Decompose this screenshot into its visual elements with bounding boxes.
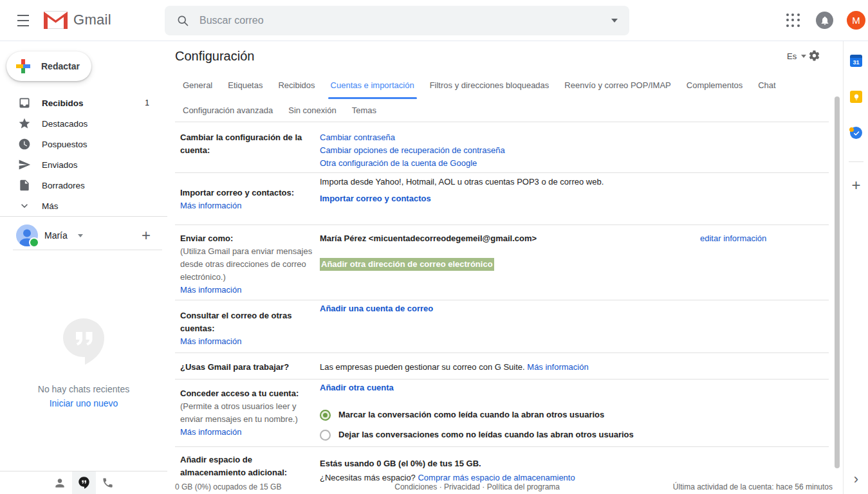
radio-label: Marcar la conversación como leída cuando… — [338, 408, 604, 421]
get-addons-plus-icon[interactable]: + — [844, 178, 868, 193]
phone-call-icon[interactable] — [96, 471, 120, 494]
presence-dot — [29, 237, 39, 248]
tasks-icon[interactable] — [844, 127, 868, 139]
profile-name: María — [44, 230, 68, 241]
row-conceder-acceso: Conceder acceso a tu cuenta: (Permite a … — [175, 380, 829, 447]
tab-reenvio-y-correo-pop-imap[interactable]: Reenvío y correo POP/IMAP — [562, 71, 673, 99]
sidebar-item-pospuestos[interactable]: Pospuestos — [0, 134, 167, 154]
importar-correo-contactos-link[interactable]: Importar correo y contactos — [320, 194, 431, 203]
row-label: Cambiar la configuración de la cuenta: — [180, 133, 302, 155]
hangouts-profile-row: María + — [0, 223, 167, 248]
profile-caret-icon[interactable] — [78, 234, 83, 237]
otra-configuracion-link[interactable]: Otra configuración de la cuenta de Googl… — [320, 158, 477, 168]
sidebar-item-label: Más — [42, 201, 149, 211]
search-icon[interactable] — [176, 14, 189, 27]
new-conversation-plus-icon[interactable]: + — [142, 228, 151, 243]
anadir-otra-direccion-link[interactable]: Añadir otra dirección de correo electrón… — [320, 258, 494, 271]
main-footer: 0 GB (0%) ocupados de 15 GB Condiciones … — [175, 482, 833, 491]
comprar-espacio-link[interactable]: Comprar más espacio de almacenamiento — [418, 473, 575, 482]
search-options-caret-icon[interactable] — [611, 19, 618, 23]
sidebar-item-label: Pospuestos — [42, 140, 149, 149]
search-input[interactable] — [198, 14, 611, 27]
gmail-logo: Gmail — [44, 11, 111, 29]
settings-main: Configuración Es General Etiquetas Recib… — [167, 41, 843, 494]
row-label: ¿Usas Gmail para trabajar? — [180, 362, 289, 372]
tab-general[interactable]: General — [180, 71, 215, 99]
cambiar-contrasena-link[interactable]: Cambiar contraseña — [320, 133, 395, 142]
calendar-icon[interactable]: 31 — [844, 55, 868, 67]
row-enviar-como: Enviar como: (Utiliza Gmail para enviar … — [175, 225, 829, 300]
tab-configuracion-avanzada[interactable]: Configuración avanzada — [180, 99, 275, 122]
mas-informacion-link[interactable]: Más información — [527, 362, 588, 372]
radio-option-dejar-no-leidas: Dejar las conversaciones como no leídas … — [320, 428, 829, 441]
mas-informacion-link[interactable]: Más información — [180, 427, 241, 437]
row-label: Añadir espacio de almacenamiento adicion… — [180, 455, 287, 477]
hide-panel-chevron-icon[interactable]: › — [844, 472, 868, 486]
editar-informacion-link[interactable]: editar información — [700, 233, 766, 243]
settings-tabs: General Etiquetas Recibidos Cuentas e im… — [175, 71, 829, 122]
row-label: Conceder acceso a tu cuenta: — [180, 387, 320, 400]
tab-chat[interactable]: Chat — [755, 71, 778, 99]
page-title: Configuración — [175, 49, 254, 64]
compose-button[interactable]: Redactar — [6, 51, 91, 81]
tab-recibidos[interactable]: Recibidos — [275, 71, 317, 99]
tab-temas[interactable]: Temas — [349, 99, 379, 122]
mas-informacion-link[interactable]: Más información — [180, 201, 241, 210]
sidebar-item-borradores[interactable]: Borradores — [0, 175, 167, 196]
profile-avatar[interactable] — [16, 224, 38, 246]
anadir-otra-cuenta-link[interactable]: Añadir otra cuenta — [320, 383, 394, 392]
keep-icon[interactable] — [844, 91, 868, 103]
settings-rows: Cambiar la configuración de la cuenta: C… — [175, 122, 829, 494]
opciones-recuperacion-link[interactable]: Cambiar opciones de recuperación de cont… — [320, 145, 505, 155]
tab-filtros-y-direcciones-bloqueadas[interactable]: Filtros y direcciones bloqueadas — [427, 71, 552, 99]
footer-legal-links[interactable]: Condiciones · Privacidad · Política del … — [281, 482, 672, 491]
row-label: Importar correo y contactos: — [180, 187, 320, 199]
unread-count: 1 — [145, 98, 149, 107]
search-bar[interactable] — [165, 6, 629, 35]
scrollbar-thumb[interactable] — [835, 96, 840, 468]
clock-icon — [18, 138, 31, 151]
hangouts-empty-state: No hay chats recientes Iniciar uno nuevo — [0, 318, 167, 408]
anadir-cuenta-correo-link[interactable]: Añadir una cuenta de correo — [320, 304, 433, 313]
send-icon — [18, 158, 31, 171]
sidebar-item-destacados[interactable]: Destacados — [0, 113, 167, 134]
radio-option-marcar-leida: Marcar la conversación como leída cuando… — [320, 408, 829, 421]
tab-complementos[interactable]: Complementos — [684, 71, 745, 99]
sidebar-item-mas[interactable]: Más — [0, 196, 167, 216]
row-note: (Utiliza Gmail para enviar mensajes desd… — [180, 245, 320, 284]
row-label: Enviar como: — [180, 232, 320, 245]
radio-unselected[interactable] — [320, 430, 331, 441]
import-description: Importa desde Yahoo!, Hotmail, AOL u otr… — [320, 176, 829, 188]
mas-informacion-link[interactable]: Más información — [180, 285, 241, 295]
star-icon — [18, 117, 31, 130]
row-gmail-trabajo: ¿Usas Gmail para trabajar? Las empresas … — [175, 353, 829, 380]
mas-informacion-link[interactable]: Más información — [180, 336, 241, 346]
folder-nav: Recibidos 1 Destacados Pospuestos Enviad… — [0, 93, 167, 216]
tab-cuentas-e-importacion[interactable]: Cuentas e importación — [328, 71, 417, 99]
calendar-day-number: 31 — [853, 59, 859, 67]
tab-etiquetas[interactable]: Etiquetas — [225, 71, 265, 99]
compose-label: Redactar — [41, 61, 80, 71]
sidebar-divider — [13, 250, 162, 250]
radio-selected[interactable] — [320, 410, 331, 421]
row-label: Consultar el correo de otras cuentas: — [180, 309, 320, 335]
row-importar-correo: Importar correo y contactos: Más informa… — [175, 173, 829, 225]
notifications-bell-icon[interactable] — [816, 12, 833, 29]
gear-icon[interactable] — [808, 50, 820, 62]
sidebar-item-recibidos[interactable]: Recibidos 1 — [0, 93, 167, 113]
radio-label: Dejar las conversaciones como no leídas … — [338, 428, 634, 441]
tab-sin-conexion[interactable]: Sin conexión — [286, 99, 338, 122]
language-selector[interactable]: Es — [787, 51, 806, 61]
chevron-down-icon — [18, 199, 31, 212]
top-app-bar: Gmail M — [0, 0, 868, 41]
hangouts-bubble-icon — [62, 318, 105, 365]
hangouts-tab-icon[interactable] — [72, 471, 96, 494]
main-menu-icon[interactable] — [15, 14, 31, 28]
gmail-logo-text: Gmail — [73, 12, 111, 28]
google-apps-icon[interactable] — [786, 14, 800, 28]
sidebar-item-label: Destacados — [42, 119, 149, 129]
sidebar-item-enviados[interactable]: Enviados — [0, 154, 167, 175]
contacts-person-icon[interactable] — [48, 471, 72, 494]
account-avatar[interactable]: M — [847, 11, 865, 30]
start-new-chat-link[interactable]: Iniciar uno nuevo — [0, 398, 167, 408]
